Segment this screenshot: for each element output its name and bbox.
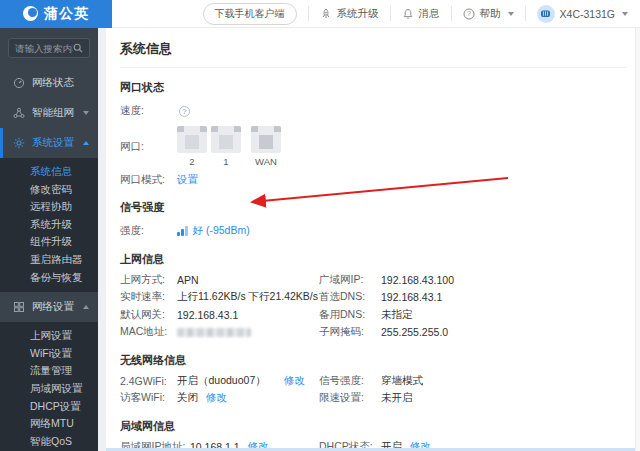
guest-wifi-modify-link[interactable]: 修改	[206, 391, 227, 405]
header-actions: 下载手机客户端 系统升级 消息 ? 帮助 X4C-3131G	[203, 3, 640, 25]
sidebar-item-label: 智能组网	[32, 106, 74, 120]
port-label: WAN	[255, 156, 277, 167]
sidebar-item-smart-qos[interactable]: 智能QoS	[0, 433, 98, 451]
sidebar-item-wan-settings[interactable]: 上网设置	[0, 327, 98, 345]
section-title-port-status: 网口状态	[120, 80, 626, 95]
gear-icon	[13, 137, 25, 149]
wan-port: WAN	[251, 126, 281, 167]
sidebar-item-label: 系统设置	[32, 136, 74, 150]
sidebar-item-traffic-management[interactable]: 流量管理	[0, 362, 98, 380]
sidebar-item-remote-assist[interactable]: 远程协助	[0, 198, 98, 216]
main-content: 系统信息 网口状态 速度: ? 网口: 2 1 WAN 网口模式: 设置 信号强…	[106, 28, 640, 451]
field-label: 首选DNS:	[319, 289, 381, 307]
sidebar: 网络状态 智能组网 系统设置 系统信息 修改密码 远程协助 系统升级 组件升级 …	[0, 28, 98, 451]
ethernet-port-icon	[177, 126, 207, 153]
page-title: 系统信息	[120, 35, 626, 68]
field-label: 信号强度:	[319, 372, 381, 390]
sidebar-item-smart-network[interactable]: 智能组网	[0, 98, 98, 128]
upgrade-rocket-icon	[320, 8, 332, 20]
sidebar-item-lan-settings[interactable]: 局域网设置	[0, 380, 98, 398]
wifi-modify-link[interactable]: 修改	[284, 374, 305, 388]
field-label: 上网方式:	[120, 271, 177, 289]
messages-button[interactable]: 消息	[402, 7, 440, 21]
section-title-wan-info: 上网信息	[120, 252, 626, 267]
ethernet-port-icon	[251, 126, 281, 153]
field-value: 255.255.255.0	[381, 324, 626, 342]
ports-row: 网口: 2 1 WAN	[120, 126, 626, 167]
sidebar-item-component-upgrade[interactable]: 组件升级	[0, 233, 98, 251]
field-value: 上行11.62KB/s 下行21.42KB/s	[177, 289, 319, 307]
help-icon: ?	[463, 8, 475, 20]
field-value: 192.168.43.100	[381, 271, 626, 289]
system-upgrade-button[interactable]: 系统升级	[320, 7, 379, 21]
chevron-down-icon	[83, 111, 89, 115]
header-divider	[390, 6, 391, 21]
port-mode-row: 网口模式: 设置	[120, 173, 626, 187]
sidebar-item-system-info[interactable]: 系统信息	[0, 163, 98, 181]
chevron-up-icon	[83, 141, 89, 145]
field-value: 未指定	[381, 306, 626, 324]
help-menu-button[interactable]: ? 帮助	[463, 7, 514, 21]
lan-port-2: 2	[177, 126, 207, 167]
device-avatar	[537, 5, 555, 23]
header-divider	[525, 6, 526, 21]
download-mobile-client-button[interactable]: 下载手机客户端	[203, 3, 297, 25]
sidebar-item-change-password[interactable]: 修改密码	[0, 181, 98, 199]
chevron-down-icon	[622, 12, 628, 16]
speed-label: 速度:	[120, 104, 177, 118]
sidebar-item-label: 网络状态	[32, 76, 74, 90]
field-value: 开启（duoduo07）	[177, 374, 266, 388]
logo-text: 蒲公英	[44, 5, 89, 23]
port-mode-settings-link[interactable]: 设置	[177, 173, 198, 187]
field-value: 192.168.43.1	[177, 306, 319, 324]
ports-label: 网口:	[120, 140, 177, 154]
header-divider	[451, 6, 452, 21]
field-label: 子网掩码:	[319, 324, 381, 342]
sidebar-item-system-upgrade[interactable]: 系统升级	[0, 216, 98, 234]
signal-strength-row: 强度: 好 (-95dBm)	[120, 224, 626, 238]
scrollbar[interactable]	[635, 28, 640, 451]
field-label: 默认网关:	[120, 306, 177, 324]
sidebar-item-dhcp-settings[interactable]: DHCP设置	[0, 398, 98, 416]
search-input[interactable]	[15, 43, 73, 54]
field-label: 限速设置:	[319, 390, 381, 408]
sidebar-item-network-mtu[interactable]: 网络MTU	[0, 415, 98, 433]
brand-mark-icon	[23, 6, 38, 21]
device-name-label: X4C-3131G	[560, 8, 615, 20]
sidebar-search[interactable]	[8, 38, 90, 58]
sidebar-item-network-status[interactable]: 网络状态	[0, 68, 98, 98]
sidebar-item-system-settings[interactable]: 系统设置	[0, 128, 98, 158]
speed-row: 速度: ?	[120, 104, 626, 118]
search-icon[interactable]	[73, 43, 83, 53]
section-title-lan: 局域网信息	[120, 419, 626, 434]
sidebar-item-network-settings[interactable]: 网络设置	[0, 292, 98, 322]
guest-wifi-cell: 关闭 修改	[177, 390, 319, 408]
field-label: 访客WiFi:	[120, 390, 177, 408]
svg-text:?: ?	[467, 10, 471, 17]
chevron-down-icon	[508, 12, 514, 16]
signal-strength-label: 强度:	[120, 224, 177, 238]
signal-strength-value[interactable]: 好 (-95dBm)	[193, 224, 250, 238]
field-value: 192.168.43.1	[381, 289, 626, 307]
field-value: 关闭	[177, 391, 198, 405]
app-logo[interactable]: 蒲公英	[0, 0, 112, 28]
field-label: 广域网IP:	[319, 271, 381, 289]
help-label: 帮助	[480, 7, 501, 21]
mac-address-redacted	[177, 324, 319, 342]
grid-icon	[13, 301, 25, 313]
header-divider	[308, 6, 309, 21]
sidebar-item-backup-restore[interactable]: 备份与恢复	[0, 269, 98, 287]
bell-icon	[402, 8, 414, 20]
account-menu-button[interactable]: X4C-3131G	[537, 5, 628, 23]
port-label: 2	[189, 156, 194, 167]
help-tooltip-icon[interactable]: ?	[179, 106, 190, 117]
wan-info-grid: 上网方式: APN 广域网IP: 192.168.43.100 实时速率: 上行…	[120, 271, 626, 341]
lan-port-1: 1	[211, 126, 241, 167]
sidebar-item-wifi-settings[interactable]: WiFi设置	[0, 345, 98, 363]
top-bar: 蒲公英 下载手机客户端 系统升级 消息 ? 帮助 X4C-3131G	[0, 0, 640, 28]
system-settings-submenu: 系统信息 修改密码 远程协助 系统升级 组件升级 重启路由器 备份与恢复	[0, 158, 98, 292]
field-label: MAC地址:	[120, 324, 177, 342]
sidebar-item-reboot-router[interactable]: 重启路由器	[0, 251, 98, 269]
network-settings-submenu: 上网设置 WiFi设置 流量管理 局域网设置 DHCP设置 网络MTU 智能Qo…	[0, 322, 98, 451]
wireless-info-grid: 2.4GWiFi: 开启（duoduo07） 修改 信号强度: 穿墙模式 访客W…	[120, 372, 626, 407]
